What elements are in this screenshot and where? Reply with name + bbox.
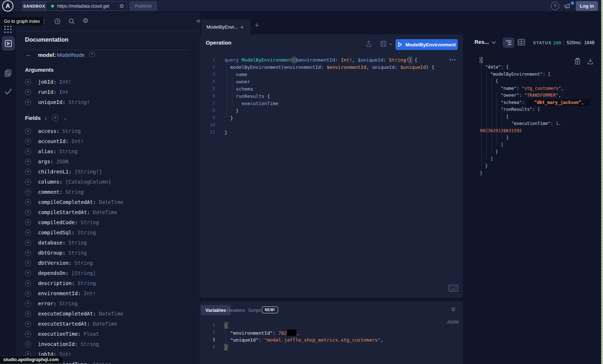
login-button[interactable]: Log in [576, 1, 598, 11]
field-name[interactable]: jobId: [38, 79, 56, 85]
add-to-operation-button[interactable]: + [25, 260, 31, 266]
collapse-panel-icon[interactable]: « [196, 16, 200, 25]
field-type[interactable]: Float [84, 331, 99, 337]
add-to-operation-button[interactable]: + [25, 290, 31, 297]
help-icon[interactable]: ? [551, 2, 559, 10]
new-tab-button[interactable]: + [255, 21, 259, 30]
field-type[interactable]: String [81, 219, 99, 225]
history-icon[interactable] [54, 18, 61, 25]
keyboard-shortcuts-icon[interactable] [448, 285, 458, 292]
add-to-operation-button[interactable]: + [25, 280, 31, 286]
field-name[interactable]: invocationId: [38, 341, 78, 347]
search-icon[interactable] [68, 18, 75, 25]
field-type[interactable]: Int! [59, 79, 72, 85]
graph-index-icon[interactable] [4, 26, 12, 33]
field-type[interactable]: Int [59, 89, 68, 95]
add-to-operation-button[interactable]: + [25, 270, 31, 276]
field-type[interactable]: String [81, 341, 99, 347]
add-to-operation-button[interactable]: + [25, 240, 31, 246]
field-name[interactable]: runId: [38, 89, 56, 95]
field-name[interactable]: database: [38, 240, 66, 246]
add-to-operation-button[interactable]: + [25, 219, 31, 226]
save-chevron-down-icon[interactable] [389, 43, 393, 46]
run-operation-button[interactable]: ModelByEnvironment [395, 39, 458, 50]
add-to-operation-button[interactable]: + [25, 169, 31, 175]
field-type[interactable]: Int! [84, 290, 96, 296]
field-name[interactable]: childrenL1: [38, 169, 72, 175]
doc-type-link[interactable]: ModelNode [57, 52, 85, 58]
field-type[interactable]: [String!] [75, 169, 102, 175]
announcements-megaphone-icon[interactable] [564, 2, 571, 10]
field-type[interactable]: String! [68, 99, 90, 105]
field-name[interactable]: dependsOn: [38, 270, 68, 276]
add-to-operation-button[interactable]: + [25, 99, 31, 105]
field-type[interactable]: String [68, 250, 87, 256]
tab-close-icon[interactable]: × [240, 24, 244, 30]
field-name[interactable]: executionTime: [38, 331, 81, 337]
field-name[interactable]: args: [38, 159, 53, 164]
field-type[interactable]: [String] [71, 270, 96, 276]
field-name[interactable]: compiledSql: [38, 230, 75, 235]
field-name[interactable]: compileStartedAt: [38, 209, 90, 215]
add-to-operation-button[interactable]: + [25, 209, 31, 216]
sort-fields-icon[interactable]: ↓ [44, 114, 47, 121]
field-type[interactable]: String [62, 128, 81, 134]
field-name[interactable]: compileCompletedAt: [38, 199, 96, 205]
add-all-fields-button[interactable]: + [52, 115, 58, 121]
add-to-operation-button[interactable]: + [25, 159, 31, 165]
nav-checks-button[interactable] [0, 87, 16, 96]
explorer-settings-gear-icon[interactable]: ⚙ [83, 17, 88, 25]
add-to-operation-button[interactable]: + [25, 301, 31, 307]
endpoint-url-text[interactable]: https://metadata.cloud.get [57, 4, 119, 9]
add-to-operation-button[interactable]: + [25, 128, 31, 134]
apollo-logo[interactable]: A [2, 0, 13, 12]
field-name[interactable]: dbtGroup: [38, 250, 66, 256]
add-to-operation-button[interactable]: + [25, 199, 31, 205]
field-name[interactable]: environmentId: [38, 290, 81, 296]
field-type[interactable]: String [78, 280, 96, 286]
operation-editor[interactable]: 1query ModelByEnvironment($environmentId… [200, 56, 463, 136]
field-name[interactable]: compiledCode: [38, 219, 78, 225]
back-arrow-icon[interactable]: ← [26, 51, 32, 58]
field-type[interactable]: JSON [56, 159, 68, 164]
add-to-operation-button[interactable]: + [25, 321, 31, 327]
add-to-operation-button[interactable]: + [25, 230, 31, 236]
field-name[interactable]: comment: [38, 189, 62, 195]
field-type[interactable]: String [68, 240, 87, 246]
field-name[interactable]: columns: [38, 179, 62, 185]
share-icon[interactable] [365, 40, 372, 47]
tab-script[interactable]: Script [248, 305, 261, 315]
field-type[interactable]: String [65, 189, 84, 195]
field-name[interactable]: executeStartedAt: [38, 321, 90, 327]
fields-chevron-down-icon[interactable]: ⌄ [63, 115, 67, 121]
field-type[interactable]: DateTime [93, 209, 117, 215]
publish-button[interactable]: Publish [129, 1, 157, 11]
field-type[interactable]: String [78, 230, 96, 235]
field-type[interactable]: DateTime [99, 199, 123, 205]
nav-explorer-button[interactable] [2, 36, 15, 51]
field-name[interactable]: executeCompletedAt: [38, 311, 96, 317]
endpoint-url-field[interactable]: https://metadata.cloud.get ⚙ [46, 1, 127, 11]
field-name[interactable]: access: [38, 128, 59, 134]
field-name[interactable]: dbtVersion: [38, 260, 72, 266]
field-type[interactable]: String [59, 301, 78, 306]
add-to-operation-button[interactable]: + [25, 331, 31, 337]
tab-variables[interactable]: Variables [201, 305, 231, 315]
add-type-button[interactable]: + [89, 51, 95, 57]
save-icon[interactable] [380, 40, 387, 47]
field-name[interactable]: alias: [38, 148, 56, 154]
endpoint-settings-gear-icon[interactable]: ⚙ [120, 3, 124, 9]
field-type[interactable]: String [59, 148, 78, 154]
response-raw-view-button[interactable] [503, 38, 514, 48]
nav-schema-button[interactable] [0, 69, 16, 78]
collapse-variables-chevron-icon[interactable] [451, 307, 456, 312]
tab-model-by-environment[interactable]: ModelByEnvi... × [201, 19, 251, 34]
response-table-view-button[interactable] [518, 39, 525, 46]
field-name[interactable]: error: [38, 301, 56, 306]
field-type[interactable]: [CatalogColumn] [65, 179, 111, 185]
add-to-operation-button[interactable]: + [25, 341, 31, 347]
field-type[interactable]: String [93, 361, 111, 364]
field-name[interactable]: uniqueId: [38, 99, 66, 105]
add-to-operation-button[interactable]: + [25, 138, 31, 145]
tab-headers[interactable]: Headers [227, 305, 245, 315]
